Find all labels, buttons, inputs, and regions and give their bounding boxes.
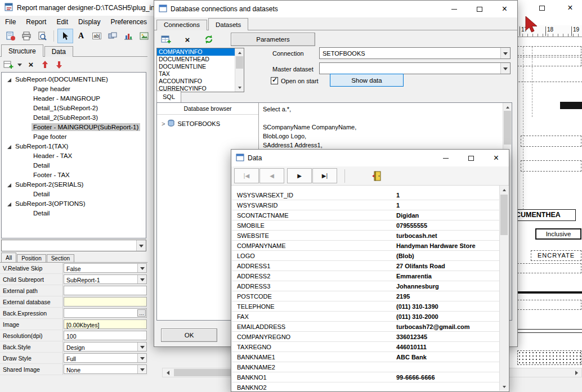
add-band-button[interactable] (2, 58, 15, 71)
combo-dropdown-button[interactable] (500, 63, 510, 74)
refresh-button[interactable] (202, 33, 216, 46)
record-row[interactable]: ADDRESS3 Johannesburg (232, 281, 499, 291)
parameters-button[interactable]: Parameters (231, 33, 315, 46)
tree-item[interactable]: Detail (2, 160, 146, 170)
tree-item[interactable]: Page footer (2, 132, 146, 141)
band-combobox[interactable] (1, 240, 146, 251)
maximize-button[interactable] (534, 2, 550, 14)
tree-item[interactable]: Detail (2, 208, 146, 218)
data-dialog-titlebar[interactable]: Data × (231, 150, 509, 166)
chevron-right-icon[interactable]: > (162, 120, 165, 127)
print-preview-button[interactable] (35, 29, 50, 43)
close-form-button[interactable] (369, 168, 386, 183)
design-element[interactable] (517, 300, 581, 310)
menu-item[interactable]: Edit (51, 16, 73, 28)
tree-item[interactable]: SubReport-2(SERIALS) (2, 179, 146, 189)
tree-item[interactable]: Detail (2, 189, 146, 199)
record-row[interactable]: ADDRESS1 27 Olifants Road (232, 261, 499, 271)
scrollbar-thumb[interactable] (236, 56, 243, 69)
tree-item[interactable]: SubReport-0(DOCUMENTLINE) (2, 74, 146, 84)
record-row[interactable]: SMOBILE 079555555 (232, 220, 499, 231)
property-value[interactable]: 100 … (64, 331, 147, 340)
property-value[interactable]: None … (64, 364, 147, 374)
grid-scrollbar[interactable] (499, 186, 508, 391)
record-row[interactable]: SWEBSITE turbocash.net (232, 231, 499, 241)
band-caption[interactable]: CUMENTHEA (514, 209, 576, 221)
scroll-down-button[interactable] (500, 383, 508, 391)
design-element[interactable] (560, 102, 582, 109)
image-tool-button[interactable] (137, 29, 151, 43)
data-maximize-button[interactable] (458, 150, 483, 166)
record-row[interactable]: SCONTACTNAME Digidan (232, 210, 499, 220)
dataset-item[interactable]: TAX (157, 70, 235, 78)
datasets-scrollbar[interactable] (235, 48, 244, 92)
scrollbar-thumb[interactable] (504, 111, 511, 145)
dropdown-arrow-button[interactable] (137, 275, 146, 283)
design-element[interactable] (521, 136, 581, 147)
dataset-item[interactable]: DOCUMENTHEAD (157, 56, 235, 63)
open-on-start-checkbox[interactable] (271, 77, 278, 84)
data-minimize-button[interactable] (433, 150, 458, 166)
db-minimize-button[interactable] (441, 1, 467, 17)
record-row[interactable]: COMPANYNAME Handyman Hardware Store (232, 241, 499, 251)
move-down-button[interactable] (53, 58, 65, 71)
record-row[interactable]: BANKNO2 (232, 382, 499, 391)
property-value[interactable]: … (64, 286, 147, 295)
chart-tool-button[interactable] (121, 29, 136, 43)
design-element[interactable] (521, 160, 581, 172)
design-label[interactable]: ENCRYATE (531, 250, 581, 261)
delete-dataset-button[interactable]: × (180, 33, 195, 46)
dropdown-arrow-button[interactable] (137, 264, 146, 272)
property-value[interactable]: Full … (64, 353, 147, 363)
menu-item[interactable]: File (0, 16, 21, 28)
label-tool-button[interactable]: A (74, 29, 88, 43)
design-element[interactable] (517, 46, 581, 56)
tree-item[interactable]: Header - MAINGROUP (2, 93, 146, 103)
property-value[interactable]: … (64, 297, 147, 307)
dataset-item[interactable]: COMPANYINFO (157, 48, 235, 56)
sql-tab[interactable]: SQL (156, 91, 181, 102)
scroll-right-button[interactable] (572, 368, 581, 377)
report-settings-button[interactable] (3, 29, 18, 43)
menu-item[interactable]: Display (73, 16, 105, 28)
property-tab[interactable]: Section (47, 254, 74, 262)
tree-item[interactable]: Header - TAX (2, 151, 146, 160)
add-band-dropdown[interactable] (16, 58, 23, 71)
scrollbar-thumb[interactable] (500, 195, 508, 235)
design-element[interactable] (517, 57, 581, 66)
db-close-button[interactable]: × (492, 1, 517, 17)
property-tab[interactable]: All (1, 253, 16, 262)
dropdown-arrow-button[interactable] (137, 354, 146, 362)
menu-item[interactable]: Report (21, 16, 51, 28)
expression-tool-button[interactable]: ab| (89, 29, 104, 43)
tree-item[interactable]: Footer - TAX (2, 170, 146, 179)
expanded-arrow-icon[interactable] (5, 143, 12, 150)
scroll-up-button[interactable] (500, 186, 508, 193)
db-tab[interactable]: Datasets (208, 18, 248, 30)
property-value[interactable]: … (64, 308, 147, 318)
expanded-arrow-icon[interactable] (5, 181, 12, 188)
combo-dropdown-button[interactable] (136, 240, 146, 251)
expanded-arrow-icon[interactable] (5, 200, 12, 207)
design-line[interactable] (507, 332, 582, 333)
scroll-up-button[interactable] (235, 48, 244, 56)
shape-tool-button[interactable] (105, 29, 120, 43)
record-row[interactable]: BANKNAME1 ABC Bank (232, 352, 499, 362)
record-row[interactable]: POSTCODE 2195 (232, 291, 499, 301)
property-tab[interactable]: Position (17, 254, 46, 262)
dropdown-arrow-button[interactable] (137, 365, 146, 373)
record-row[interactable]: BANKNAME2 (232, 362, 499, 372)
tree-item[interactable]: Footer - MAINGROUP(SubReport-1) (2, 122, 146, 132)
connection-select[interactable]: SETOFBOOKS (319, 47, 511, 59)
show-data-button[interactable]: Show data (330, 74, 404, 87)
record-row[interactable]: COMPANYREGNO 336012345 (232, 332, 499, 342)
scroll-up-button[interactable] (503, 103, 512, 111)
property-value[interactable]: [0.00Kbytes] … (64, 319, 147, 329)
record-row[interactable]: LOGO (Blob) (232, 251, 499, 261)
print-button[interactable] (19, 29, 34, 43)
select-tool-button[interactable] (58, 29, 73, 43)
ok-button[interactable]: OK (161, 328, 217, 342)
delete-band-button[interactable]: × (25, 58, 37, 71)
tree-item[interactable]: Detail_2(SubReport-3) (2, 112, 146, 122)
design-element[interactable] (517, 263, 581, 273)
